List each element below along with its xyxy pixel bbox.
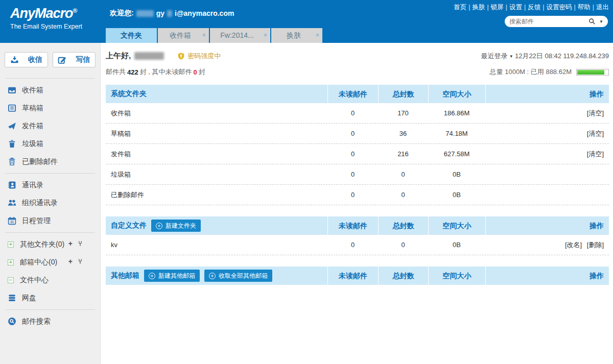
unread-value: 0 [327, 109, 378, 117]
link-feedback[interactable]: 反馈 [528, 4, 540, 11]
sidebar-item-file-center[interactable]: − 文件中心 [0, 271, 100, 289]
close-icon[interactable]: × [202, 28, 206, 43]
sidebar-item-label: 通讯录 [22, 181, 43, 190]
column-unread: 未读邮件 [327, 85, 378, 103]
add-mailbox-icon[interactable]: + [68, 258, 73, 265]
expand-icon[interactable]: + [8, 241, 14, 248]
username-visible: gy [156, 9, 164, 17]
sidebar-item-contacts[interactable]: 通讯录 [0, 176, 100, 194]
sidebar-item-inbox[interactable]: 收件箱 [0, 81, 100, 99]
tab-label: 换肤 [287, 31, 301, 39]
sidebar-item-org-contacts[interactable]: 组织通讯录 [0, 194, 100, 212]
search-input[interactable] [509, 18, 588, 25]
sidebar-item-calendar[interactable]: 31 日程管理 [0, 212, 100, 230]
compose-mail-button[interactable]: 写信 [53, 52, 96, 67]
stats-prefix: 邮件共 [106, 67, 126, 77]
search-caret-icon[interactable]: ▼ [599, 19, 603, 24]
quota-bar [576, 69, 609, 76]
column-size: 空间大小 [428, 85, 485, 103]
sidebar-item-other-folders[interactable]: + 其他文件夹(0) + [0, 235, 100, 253]
sidebar-item-mail-search[interactable]: 邮件搜索 [0, 312, 100, 330]
search-icon[interactable] [588, 18, 596, 25]
total-value: 216 [378, 150, 428, 158]
blurred-display-name [134, 52, 164, 60]
tab-folders[interactable]: 文件夹 [106, 28, 157, 43]
delete-folder-action[interactable]: [删除] [587, 241, 604, 249]
inbox-icon [8, 86, 16, 94]
user-email: i@anymacro.com [175, 9, 234, 17]
mail-search-icon [8, 317, 16, 326]
sidebar-item-label: 日程管理 [22, 216, 51, 226]
section-header: 自定义文件 + 新建文件夹 未读邮件 总封数 空间大小 操作 [106, 216, 609, 235]
close-icon[interactable]: × [264, 28, 267, 43]
link-logout[interactable]: 退出 [596, 4, 609, 11]
trash-icon [8, 139, 16, 148]
unread-value: 0 [327, 171, 378, 178]
registered-mark: ® [73, 7, 77, 14]
link-help[interactable]: 帮助 [578, 4, 591, 11]
sidebar-item-sent[interactable]: 发件箱 [0, 117, 100, 135]
fetch-all-mailboxes-button[interactable]: + 收取全部其他邮箱 [204, 270, 272, 282]
size-value: 0B [428, 241, 485, 249]
size-value: 0B [428, 191, 485, 199]
tab-fw-mail[interactable]: Fw:2014...× [210, 28, 270, 43]
total-value: 36 [378, 130, 428, 137]
trash-outline-icon [8, 157, 16, 166]
password-strength-label: 密码强度中 [187, 52, 221, 61]
caret-down-icon[interactable]: ▾ [510, 54, 512, 59]
size-value: 186.86M [428, 109, 485, 117]
sidebar-item-mailbox-center[interactable]: + 邮箱中心(0) + [0, 253, 100, 271]
tab-label: 收件箱 [170, 31, 191, 39]
link-separator: | [487, 4, 489, 11]
link-settings[interactable]: 设置 [509, 4, 522, 11]
empty-folder-action[interactable]: [清空] [587, 150, 604, 158]
table-row: 草稿箱 0 36 74.18M [清空] [106, 124, 609, 144]
sidebar-item-junk[interactable]: 垃圾箱 [0, 135, 100, 153]
app-window: AnyMacro® The Email System Expert 欢迎您: g… [0, 0, 613, 364]
sidebar-item-deleted[interactable]: 已删除邮件 [0, 153, 100, 171]
link-separator: | [574, 4, 576, 11]
last-login[interactable]: 最近登录 ▾ 12月22日 08:42 119.248.84.239 [481, 52, 609, 61]
wrench-icon[interactable] [77, 258, 83, 265]
brand-name-text: AnyMacro [10, 6, 73, 21]
rename-folder-action[interactable]: [改名] [565, 241, 582, 249]
sidebar-item-drafts[interactable]: 草稿箱 [0, 99, 100, 117]
table-row: kv 0 0 0B [改名] [删除] [106, 235, 609, 255]
column-size: 空间大小 [428, 216, 485, 235]
sidebar-item-netdisk[interactable]: 网盘 [0, 289, 100, 307]
new-other-mailbox-label: 新建其他邮箱 [158, 272, 195, 280]
brand-tagline: The Email System Expert [10, 23, 101, 30]
new-folder-button[interactable]: + 新建文件夹 [151, 220, 201, 232]
link-home[interactable]: 首页 [454, 4, 466, 11]
folder-name: 收件箱 [106, 109, 327, 118]
close-icon[interactable]: × [316, 28, 319, 43]
password-strength-badge[interactable]: 密码强度中 [177, 52, 221, 61]
section-title: 系统文件夹 [106, 89, 327, 99]
receive-mail-label: 收信 [28, 55, 42, 64]
total-value: 0 [378, 241, 428, 249]
folder-name: kv [106, 241, 327, 249]
link-separator: | [543, 4, 544, 11]
welcome-label: 欢迎您: [110, 9, 134, 18]
receive-mail-button[interactable]: 收信 [5, 52, 48, 67]
empty-folder-action[interactable]: [清空] [587, 109, 604, 117]
link-separator: | [593, 4, 594, 11]
netdisk-icon [8, 294, 16, 302]
mail-search-box[interactable]: ▼ [505, 16, 608, 27]
tab-inbox[interactable]: 收件箱× [158, 28, 209, 43]
expand-icon[interactable]: + [8, 259, 14, 265]
column-unread: 未读邮件 [327, 216, 378, 235]
wrench-icon[interactable] [77, 240, 83, 247]
new-other-mailbox-button[interactable]: + 新建其他邮箱 [144, 270, 200, 282]
link-lock[interactable]: 锁屏 [491, 4, 504, 11]
tab-skin[interactable]: 换肤× [271, 28, 322, 43]
collapse-icon[interactable]: − [8, 277, 14, 283]
drafts-icon [8, 104, 16, 112]
empty-folder-action[interactable]: [清空] [587, 130, 604, 137]
add-folder-icon[interactable]: + [68, 240, 73, 247]
plus-circle-icon: + [156, 223, 162, 229]
link-skin[interactable]: 换肤 [473, 4, 485, 11]
sidebar-divider [5, 173, 95, 174]
link-separator: | [524, 4, 526, 11]
link-set-password[interactable]: 设置密码 [547, 4, 572, 11]
